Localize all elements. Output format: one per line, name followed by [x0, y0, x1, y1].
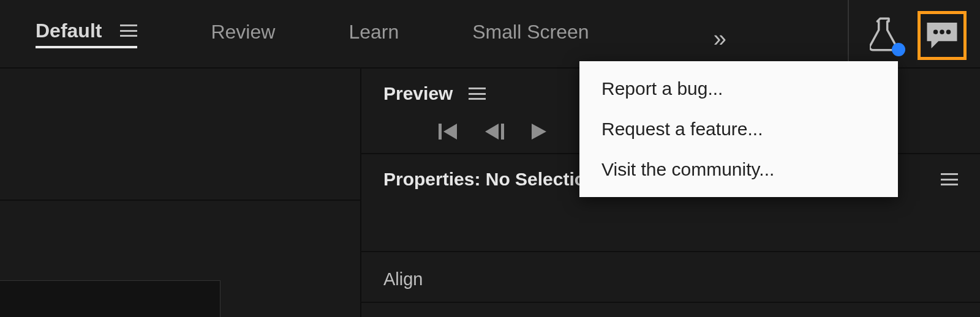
topbar-right-icons [870, 11, 967, 60]
workspace-tab-default[interactable]: Default [36, 20, 137, 48]
workspace-tab-label: Default [36, 20, 102, 42]
workspace-overflow-button[interactable]: » [714, 26, 723, 52]
panel-title: Align [383, 269, 423, 289]
workspace-tab-review[interactable]: Review [211, 21, 275, 47]
workspace-tabstrip: Default Review Learn Small Screen » [0, 0, 980, 69]
panel-title: Preview [383, 83, 453, 104]
hamburger-icon[interactable] [120, 24, 137, 37]
feedback-dropdown: Report a bug... Request a feature... Vis… [579, 61, 898, 197]
notification-dot-icon [892, 43, 905, 56]
workspace-tab-label: Small Screen [472, 21, 589, 43]
left-top-panel [0, 69, 360, 201]
svg-marker-5 [485, 124, 499, 140]
menu-item-visit-community[interactable]: Visit the community... [579, 149, 898, 190]
play-icon [529, 122, 548, 141]
left-column [0, 69, 361, 317]
hamburger-icon[interactable] [469, 88, 486, 100]
workspace-tab-small-screen[interactable]: Small Screen [472, 21, 589, 47]
svg-point-2 [946, 29, 951, 34]
svg-rect-6 [501, 124, 504, 140]
align-panel: Align [361, 252, 980, 303]
feedback-button[interactable] [918, 11, 967, 60]
workspace-tab-label: Learn [349, 21, 399, 43]
svg-marker-4 [443, 124, 457, 140]
panel-card [0, 280, 221, 317]
svg-point-0 [933, 29, 938, 34]
speech-bubble-icon [925, 20, 959, 51]
workspace-tab-label: Review [211, 21, 275, 43]
svg-marker-7 [532, 124, 546, 140]
hamburger-icon[interactable] [941, 173, 958, 185]
left-bottom-panel [0, 201, 360, 317]
panel-title: Properties: No Selection [383, 169, 597, 190]
svg-point-1 [940, 29, 944, 34]
skip-back-icon [439, 122, 462, 141]
step-back-button[interactable] [484, 122, 507, 141]
svg-rect-3 [439, 124, 442, 140]
step-back-icon [484, 122, 507, 141]
labs-button[interactable] [870, 17, 902, 54]
menu-item-request-feature[interactable]: Request a feature... [579, 109, 898, 149]
go-to-start-button[interactable] [439, 122, 462, 141]
workspace-tab-learn[interactable]: Learn [349, 21, 399, 47]
play-button[interactable] [529, 122, 548, 141]
menu-item-report-bug[interactable]: Report a bug... [579, 69, 898, 109]
